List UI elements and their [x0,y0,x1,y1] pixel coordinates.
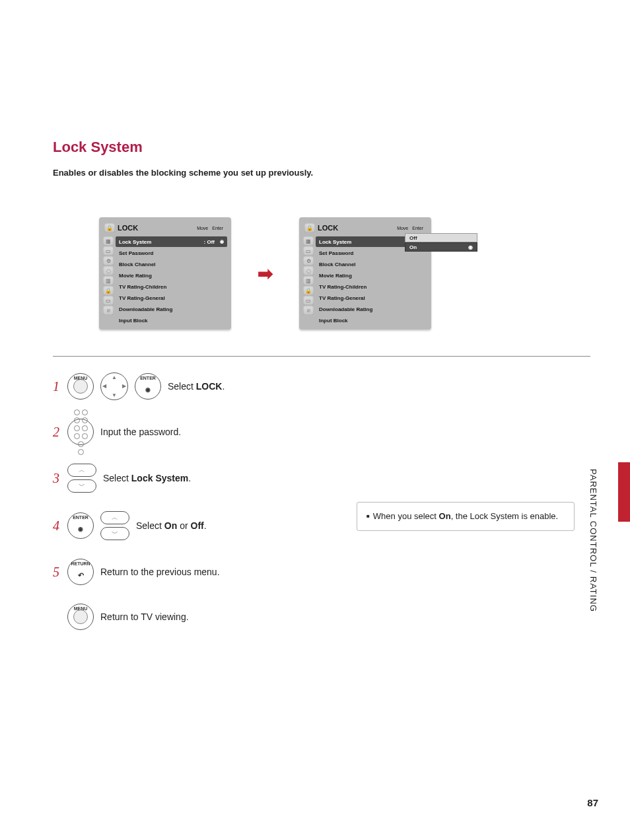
step-text: Select Lock System. [103,473,191,483]
menu-icon: ⎚ [303,306,314,315]
enter-button[interactable]: ENTER ◉ [67,512,94,539]
menu-icon: ▭ [303,246,314,256]
arrow-right-icon: ➡ [258,263,273,285]
menu-icon: ▭ [103,246,114,256]
page-title: Lock System [53,139,590,156]
menu-icon: ⚙ [103,256,114,265]
step-text: Return to the previous menu. [100,567,220,577]
menu-button[interactable]: MENU [67,373,94,400]
lock-icon: 🔒 [304,223,315,232]
step-number: 3 [53,471,61,486]
number-keypad-button[interactable] [67,419,94,445]
page-number: 87 [587,797,598,808]
selected-dot-icon: ◉ [468,244,473,250]
osd-item[interactable]: Input Block [316,315,427,326]
page-subtitle: Enables or disables the blocking scheme … [53,168,590,178]
dpad-button[interactable]: ▲▼ ◀▶ [100,372,128,400]
osd-hint-enter: Enter [212,226,223,230]
osd-hint-move: Move [197,226,208,230]
osd-menu-before: 🔒 LOCK Move Enter ▦ ▭ ⚙ ◌ ▥ 🔒 ▭ ⎚ [99,217,231,330]
osd-item[interactable]: TV Rating-Children [316,281,427,292]
note-box: ■When you select On, the Lock System is … [357,502,575,531]
osd-item[interactable]: Movie Rating [116,270,227,281]
menu-icon: ◌ [303,266,314,275]
step-text: Select LOCK. [168,381,225,392]
osd-hint-move: Move [397,226,408,230]
osd-item[interactable]: Movie Rating [316,270,427,281]
menu-icon: 🔒 [103,286,114,295]
section-divider [53,356,590,357]
osd-item[interactable]: TV Rating-Children [116,281,227,292]
menu-icon: ▦ [103,236,114,246]
step-text: Return to TV viewing. [100,612,189,622]
step-number: 4 [53,518,61,534]
step-number: 2 [53,425,61,440]
osd-item[interactable]: Block Channel [316,259,427,269]
osd-header-title: LOCK [318,224,338,232]
step-number: 5 [53,565,61,580]
osd-item[interactable]: Set Password [116,248,227,258]
osd-item[interactable]: Downloadable Rating [316,304,427,314]
lock-icon: 🔒 [104,223,115,232]
osd-item[interactable]: Input Block [116,315,227,326]
up-down-button[interactable]: ︿ ﹀ [67,464,96,493]
popup-option-on[interactable]: On ◉ [405,242,477,252]
menu-icon: ▦ [303,236,314,246]
menu-icon: 🔒 [303,286,314,295]
osd-header-title: LOCK [118,224,138,232]
step-number: 1 [53,379,61,394]
side-tab [618,462,630,522]
side-section-label: PARENTAL CONTROL / RATING [588,469,598,612]
menu-icon: ⎚ [103,306,114,315]
selected-dot-icon: ◉ [220,239,224,244]
enter-button[interactable]: ENTER ◉ [135,373,161,400]
menu-icon: ▭ [103,296,114,305]
menu-icon: ▥ [303,276,314,285]
osd-item-lock-system[interactable]: Lock System : Off ◉ [116,236,227,247]
up-down-button[interactable]: ︿ ﹀ [100,511,129,540]
popup-option-off[interactable]: Off [405,233,477,242]
menu-button[interactable]: MENU [67,604,94,630]
menu-icon: ▥ [103,276,114,285]
osd-row: 🔒 LOCK Move Enter ▦ ▭ ⚙ ◌ ▥ 🔒 ▭ ⎚ [99,217,590,330]
step-text: Select On or Off. [136,520,207,531]
step-text: Input the password. [100,427,181,437]
osd-item[interactable]: Block Channel [116,259,227,269]
menu-icon: ▭ [303,296,314,305]
return-button[interactable]: RETURN ↶ [67,559,94,585]
osd-item[interactable]: Downloadable Rating [116,304,227,314]
osd-hint-enter: Enter [412,226,423,230]
osd-item[interactable]: TV Rating-General [316,293,427,303]
menu-icon: ◌ [103,266,114,275]
menu-icon: ⚙ [303,256,314,265]
bullet-icon: ■ [367,513,370,519]
steps-list: 1 MENU ▲▼ ◀▶ ENTER ◉ Select LOCK. 2 [53,372,590,630]
osd-item[interactable]: TV Rating-General [116,293,227,303]
